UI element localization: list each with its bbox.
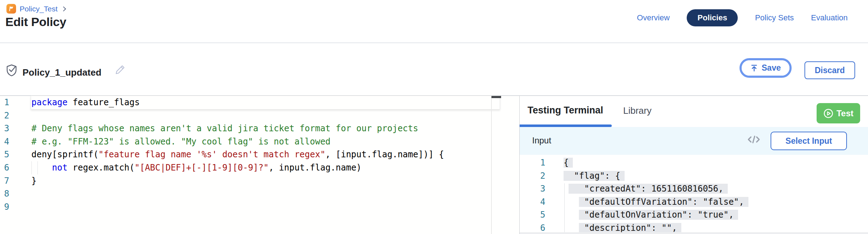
line-number: 5 — [520, 208, 545, 222]
testing-panel: Testing Terminal Library Test Input S — [519, 96, 868, 234]
json-line[interactable]: 1{ — [520, 156, 868, 169]
policy-name: Policy_1_updated — [22, 67, 101, 78]
top-nav: Overview Policies Policy Sets Evaluation — [637, 9, 848, 26]
input-json-editor[interactable]: 1{2 "flag": {3 "createdAt": 165116081605… — [520, 155, 868, 234]
line-number: 4 — [520, 195, 545, 209]
tab-library[interactable]: Library — [623, 105, 651, 116]
json-line[interactable]: 5 "defaultOnVariation": "true", — [520, 208, 868, 222]
code-text: deny[sprintf("feature flag name '%s' doe… — [31, 148, 444, 161]
json-text: "createdAt": 1651160816056, — [564, 182, 728, 195]
line-number: 5 — [0, 148, 9, 161]
editor-scrollbar-thumb[interactable] — [491, 96, 501, 98]
editor-scrollbar-track — [491, 96, 492, 234]
nav-item-policies-active[interactable]: Policies — [687, 9, 738, 26]
code-lines: 1package feature_flags23# Deny flags who… — [0, 96, 519, 213]
input-header-bar: Input Select Input — [520, 127, 868, 155]
tab-testing-terminal[interactable]: Testing Terminal — [528, 105, 603, 116]
line-number: 8 — [0, 187, 9, 200]
code-text: } — [31, 174, 36, 188]
json-line[interactable]: 4 "defaultOffVariation": "false", — [520, 195, 868, 209]
breadcrumb-project-link[interactable]: Policy_Test — [20, 5, 57, 13]
code-line[interactable]: 6 not regex.match("[ABC|DEF]+[-][1-9][0-… — [0, 161, 519, 174]
json-line[interactable]: 2 "flag": { — [520, 169, 868, 183]
code-text: # e.g. "FFM-123" is allowed. "My cool fl… — [31, 135, 330, 148]
breadcrumb: Policy_Test — [6, 4, 65, 14]
test-button[interactable]: Test — [817, 103, 860, 123]
line-number: 2 — [0, 109, 9, 122]
line-number: 6 — [0, 161, 9, 174]
code-line[interactable]: 2 — [0, 109, 519, 122]
line-number: 1 — [520, 156, 545, 169]
code-line[interactable]: 9 — [0, 200, 519, 214]
json-text: "defaultOffVariation": "false", — [564, 195, 748, 209]
line-number: 9 — [0, 200, 9, 214]
input-editor-hscrollbar[interactable] — [520, 232, 868, 234]
header-divider — [0, 42, 868, 43]
code-text: package feature_flags — [31, 96, 140, 109]
code-line[interactable]: 1package feature_flags — [0, 96, 519, 109]
edit-policy-page: Policy_Test Edit Policy Overview Policie… — [0, 0, 868, 234]
policy-shield-check-icon — [6, 64, 17, 77]
page-title: Edit Policy — [5, 15, 66, 29]
line-number: 1 — [0, 96, 9, 109]
discard-button[interactable]: Discard — [804, 61, 855, 79]
nav-item-overview[interactable]: Overview — [637, 13, 670, 22]
chevron-right-icon — [61, 6, 66, 11]
json-text: { — [564, 156, 573, 169]
input-label: Input — [532, 136, 551, 146]
testing-panel-tabs: Testing Terminal Library Test — [520, 96, 868, 127]
line-number: 2 — [520, 169, 545, 183]
code-text: not regex.match("[ABC|DEF]+[-][1-9][0-9]… — [31, 161, 362, 174]
edit-name-pencil-icon[interactable] — [114, 64, 126, 76]
nav-item-policy-sets[interactable]: Policy Sets — [755, 13, 794, 22]
line-number: 4 — [0, 135, 9, 148]
nav-item-evaluation[interactable]: Evaluation — [811, 13, 848, 22]
code-line[interactable]: 8 — [0, 187, 519, 200]
project-logo-icon — [6, 4, 16, 14]
upload-arrow-icon — [750, 64, 758, 72]
flag-glyph — [8, 5, 15, 12]
play-circle-icon — [823, 108, 833, 118]
json-text: "flag": { — [564, 169, 625, 183]
line-number: 3 — [520, 182, 545, 195]
json-lines: 1{2 "flag": {3 "createdAt": 165116081605… — [520, 156, 868, 234]
code-line[interactable]: 3# Deny flags whose names aren't a valid… — [0, 122, 519, 135]
code-line[interactable]: 4# e.g. "FFM-123" is allowed. "My cool f… — [0, 135, 519, 148]
json-text: "defaultOnVariation": "true", — [564, 208, 738, 222]
save-button[interactable]: Save — [742, 60, 789, 76]
policy-code-editor[interactable]: 1package feature_flags23# Deny flags who… — [0, 96, 519, 234]
save-button-focus-ring: Save — [740, 58, 792, 78]
code-line[interactable]: 7} — [0, 174, 519, 188]
code-text: # Deny flags whose names aren't a valid … — [31, 122, 418, 135]
json-line[interactable]: 3 "createdAt": 1651160816056, — [520, 182, 868, 195]
code-line[interactable]: 5deny[sprintf("feature flag name '%s' do… — [0, 148, 519, 161]
save-button-label: Save — [762, 63, 781, 73]
test-button-label: Test — [837, 108, 854, 118]
code-view-icon[interactable] — [747, 134, 761, 145]
active-tab-underline — [520, 124, 612, 127]
line-number: 3 — [0, 122, 9, 135]
select-input-button[interactable]: Select Input — [771, 132, 847, 150]
line-number: 7 — [0, 174, 9, 188]
